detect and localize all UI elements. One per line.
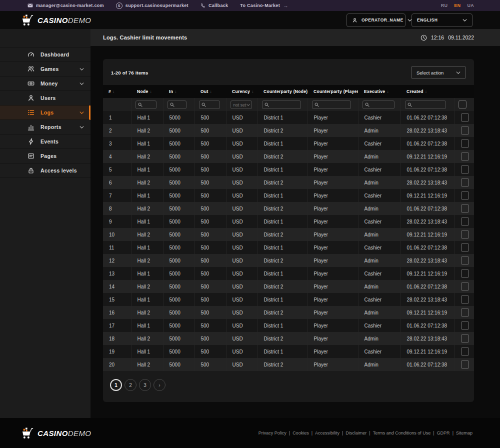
column-header-[interactable]: #↓ bbox=[103, 85, 131, 98]
sidebar-item-pages[interactable]: Pages bbox=[0, 149, 90, 164]
created-filter-input[interactable] bbox=[414, 102, 444, 108]
row-checkbox[interactable] bbox=[461, 347, 469, 356]
events-icon bbox=[28, 138, 35, 145]
in-filter-input[interactable] bbox=[176, 102, 184, 108]
column-header-created[interactable]: Created↓ bbox=[400, 85, 454, 98]
footer-link-accessibility[interactable]: Accessibility bbox=[315, 430, 340, 436]
filter-cell-empty bbox=[103, 98, 131, 111]
row-checkbox[interactable] bbox=[461, 152, 469, 161]
column-header-counterparty-player[interactable]: Counterparty (Player)↓ bbox=[308, 85, 358, 98]
cell-out: 500 bbox=[194, 280, 226, 293]
cell-cp-player: Player bbox=[308, 306, 358, 319]
support-link[interactable]: S support.casinosupermarket bbox=[116, 2, 188, 9]
sidebar-item-reports[interactable]: Reports bbox=[0, 120, 90, 134]
search-icon bbox=[202, 102, 206, 107]
cell-cp-player: Player bbox=[308, 176, 358, 189]
row-checkbox[interactable] bbox=[461, 282, 469, 291]
row-checkbox[interactable] bbox=[461, 295, 469, 304]
email-link[interactable]: manager@casino-market.com bbox=[28, 3, 104, 8]
table-row: 16Hall 25000500USDDistrict 2PlayerAdmin0… bbox=[103, 306, 474, 319]
sidebar-item-games[interactable]: Games bbox=[0, 62, 90, 76]
sidebar-item-users[interactable]: Users bbox=[0, 91, 90, 106]
currency-filter-select[interactable]: not set bbox=[230, 100, 252, 109]
cell-cp-player: Player bbox=[308, 267, 358, 280]
footer-link-terms-and-conditions-of-use[interactable]: Terms and Conditions of Use bbox=[373, 430, 431, 436]
cell-cp-node: District 2 bbox=[258, 176, 308, 189]
out-filter-input[interactable] bbox=[208, 102, 218, 108]
column-header-in[interactable]: In↓ bbox=[163, 85, 194, 98]
operator-select[interactable]: OPERATOR_NAME bbox=[346, 14, 406, 27]
footer-link-cookies[interactable]: Cookies bbox=[292, 430, 309, 436]
sidebar-item-dashboard[interactable]: Dashboard bbox=[0, 48, 90, 62]
row-checkbox[interactable] bbox=[461, 321, 469, 330]
select-action-dropdown[interactable]: Select action bbox=[411, 66, 466, 79]
row-checkbox[interactable] bbox=[461, 308, 469, 317]
cell-node: Hall 1 bbox=[131, 215, 163, 228]
row-checkbox[interactable] bbox=[461, 217, 469, 226]
search-icon bbox=[408, 102, 412, 107]
page-button-3[interactable]: 3 bbox=[139, 379, 151, 391]
select-all-checkbox[interactable] bbox=[458, 100, 466, 109]
row-checkbox[interactable] bbox=[461, 256, 469, 265]
money-icon bbox=[28, 80, 35, 87]
row-checkbox[interactable] bbox=[461, 126, 469, 135]
column-header-executive[interactable]: Executive↓ bbox=[358, 85, 400, 98]
cell-in: 5000 bbox=[163, 176, 194, 189]
cell-in: 5000 bbox=[163, 202, 194, 215]
row-checkbox[interactable] bbox=[461, 269, 469, 278]
column-header-curency[interactable]: Curency↓ bbox=[226, 85, 258, 98]
footer-link-privacy-policy[interactable]: Privacy Policy bbox=[258, 430, 286, 436]
cell-cp-player: Player bbox=[308, 254, 358, 267]
lang-en[interactable]: EN bbox=[454, 3, 460, 8]
callback-link[interactable]: Callback bbox=[200, 3, 228, 8]
counterparty-player-filter-input[interactable] bbox=[321, 102, 348, 108]
row-checkbox[interactable] bbox=[461, 243, 469, 252]
logs-icon bbox=[28, 109, 35, 116]
cell-cp-player: Player bbox=[308, 215, 358, 228]
table-row: 15Hall 15000500USDDistrict 1PlayerCashie… bbox=[103, 293, 474, 306]
row-checkbox[interactable] bbox=[461, 139, 469, 148]
footer-link-disclaimer[interactable]: Disclaimer bbox=[346, 430, 366, 436]
executive-filter-input[interactable] bbox=[372, 102, 392, 108]
table-row: 8Hall 25000500USDDistrict 2PlayerAdmin01… bbox=[103, 202, 474, 215]
cell-created: 01.06.22 07:12:38 bbox=[400, 319, 454, 332]
row-checkbox[interactable] bbox=[461, 334, 469, 343]
next-page-button[interactable]: › bbox=[154, 379, 166, 391]
node-filter-input[interactable] bbox=[144, 102, 154, 108]
to-casino-market-link[interactable]: To Casino-Market → bbox=[240, 2, 288, 8]
row-checkbox[interactable] bbox=[461, 113, 469, 122]
footer-logo[interactable]: CASINODEMO bbox=[21, 428, 91, 439]
row-checkbox[interactable] bbox=[461, 191, 469, 200]
sidebar-item-events[interactable]: Events bbox=[0, 134, 90, 149]
footer-link-gdpr[interactable]: GDPR bbox=[437, 430, 450, 436]
column-header-counterparty-node[interactable]: Counterparty (Node)↓ bbox=[258, 85, 308, 98]
cell-executive: Cashier bbox=[358, 241, 400, 254]
cell-executive: Admin bbox=[358, 254, 400, 267]
row-checkbox[interactable] bbox=[461, 230, 469, 239]
lang-ru[interactable]: RU bbox=[441, 3, 448, 8]
clock-icon bbox=[420, 34, 427, 41]
logo[interactable]: CASINODEMO bbox=[21, 14, 91, 26]
cell-num: 12 bbox=[103, 254, 131, 267]
footer-link-sitemap[interactable]: Sitemap bbox=[456, 430, 472, 436]
sidebar-item-money[interactable]: Money bbox=[0, 76, 90, 91]
language-select[interactable]: ENGLISH bbox=[412, 14, 472, 27]
row-checkbox[interactable] bbox=[461, 204, 469, 213]
row-checkbox[interactable] bbox=[461, 165, 469, 174]
row-checkbox[interactable] bbox=[461, 178, 469, 187]
sidebar-item-access-levels[interactable]: Access levels bbox=[0, 164, 90, 178]
cell-num: 14 bbox=[103, 280, 131, 293]
column-header-out[interactable]: Out↓ bbox=[194, 85, 226, 98]
cell-cp-node: District 2 bbox=[258, 150, 308, 163]
table-row: 3Hall 15000500USDDistrict 1PlayerCashier… bbox=[103, 137, 474, 150]
cell-num: 4 bbox=[103, 150, 131, 163]
counterparty-node-filter-input[interactable] bbox=[271, 102, 298, 108]
lang-ua[interactable]: UA bbox=[467, 3, 474, 8]
page-button-2[interactable]: 2 bbox=[124, 379, 136, 391]
sidebar-item-logs[interactable]: Logs bbox=[0, 106, 90, 120]
cell-executive: Admin bbox=[358, 280, 400, 293]
page-button-1[interactable]: 1 bbox=[110, 379, 122, 391]
row-checkbox[interactable] bbox=[461, 360, 469, 369]
column-header-node[interactable]: Node↓ bbox=[131, 85, 163, 98]
cart-logo-icon bbox=[21, 428, 34, 439]
